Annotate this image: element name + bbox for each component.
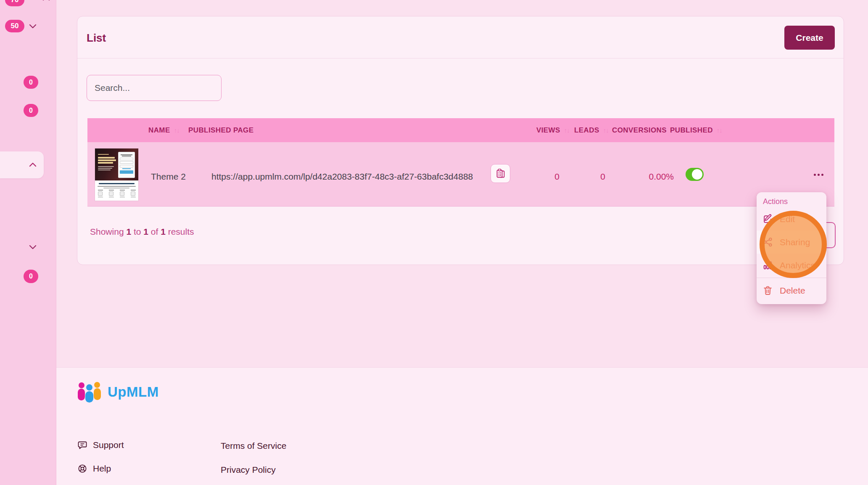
sort-icon[interactable]: ↑↓	[603, 127, 609, 134]
column-header-leads[interactable]: LEADS↑↓	[574, 118, 609, 142]
row-name: Theme 2	[151, 172, 186, 182]
footer-link-privacy[interactable]: Privacy Policy	[221, 465, 276, 475]
menu-divider	[757, 278, 826, 278]
row-views: 0	[546, 172, 567, 182]
menu-item-sharing[interactable]: Sharing	[757, 231, 826, 254]
column-header-conversions[interactable]: CONVERSIONS↑↓	[612, 118, 676, 142]
copy-url-button[interactable]	[491, 164, 510, 183]
footer: UpMLM Support Help Terms of Service	[56, 367, 868, 485]
column-label: CONVERSIONS	[612, 126, 667, 134]
sort-icon[interactable]: ↑↓	[564, 127, 570, 134]
row-conversions: 0.00%	[630, 172, 674, 182]
sidebar-badge-count[interactable]: 0	[24, 270, 38, 283]
published-toggle[interactable]	[686, 168, 704, 181]
menu-item-edit[interactable]: Edit	[757, 207, 826, 231]
column-header-published-page[interactable]: PUBLISHED PAGE	[188, 118, 253, 142]
create-button[interactable]: Create	[784, 26, 835, 50]
thumbnail-lower	[95, 180, 138, 201]
row-actions-button[interactable]	[811, 171, 826, 178]
footer-link-label: Support	[93, 440, 124, 450]
menu-item-label: Sharing	[780, 237, 810, 247]
menu-item-label: Delete	[780, 286, 805, 296]
brand-logo[interactable]: UpMLM	[76, 380, 159, 404]
thumbnail-hero	[95, 148, 138, 180]
trash-icon	[762, 285, 773, 296]
menu-item-label: Edit	[780, 214, 795, 224]
footer-link-terms[interactable]: Terms of Service	[221, 441, 286, 451]
sort-icon[interactable]: ↑↓	[174, 127, 179, 134]
page-title: List	[87, 32, 106, 45]
thumbnail-form	[118, 152, 135, 178]
chat-bubble-icon	[77, 440, 87, 450]
chevron-down-icon[interactable]	[28, 22, 37, 30]
sidebar-item-active[interactable]	[0, 151, 44, 178]
clipboard-copy-icon	[496, 168, 506, 179]
column-label: VIEWS	[536, 126, 560, 134]
sidebar-badge-50[interactable]: 50	[5, 20, 24, 32]
search-input[interactable]	[87, 75, 222, 101]
actions-dropdown: Actions Edit Sharing A	[757, 192, 826, 304]
share-icon	[762, 237, 773, 247]
table-header-row: NAME↑↓ PUBLISHED PAGE VIEWS↑↓ LEADS↑↓ CO…	[87, 118, 834, 142]
chevron-down-icon[interactable]	[28, 243, 37, 251]
table-row: Theme 2 https://app.upmlm.com/lp/d42a208…	[87, 142, 834, 207]
upmlm-logo-icon	[76, 380, 103, 404]
footer-link-help[interactable]: Help	[77, 464, 111, 474]
column-label: PUBLISHED PAGE	[188, 126, 253, 134]
column-label: PUBLISHED	[670, 126, 713, 134]
row-leads: 0	[592, 172, 613, 182]
results-summary: Showing 1 to 1 of 1 results	[90, 227, 194, 237]
sidebar-badge-count[interactable]: 0	[24, 104, 38, 117]
footer-link-label: Terms of Service	[221, 441, 286, 451]
column-header-views[interactable]: VIEWS↑↓	[536, 118, 570, 142]
page-thumbnail[interactable]	[95, 148, 138, 201]
chevron-up-icon	[28, 161, 37, 169]
column-label: LEADS	[574, 126, 599, 134]
card-header: List Create	[77, 16, 844, 58]
column-header-name[interactable]: NAME↑↓	[148, 118, 179, 142]
actions-dropdown-title: Actions	[757, 192, 826, 207]
sort-icon[interactable]: ↑↓	[717, 127, 722, 134]
menu-item-delete[interactable]: Delete	[757, 279, 826, 302]
sidebar-badge-top[interactable]: 70	[5, 0, 24, 6]
landing-pages-table: NAME↑↓ PUBLISHED PAGE VIEWS↑↓ LEADS↑↓ CO…	[87, 118, 834, 207]
analytics-icon	[762, 260, 773, 270]
list-card: List Create NAME↑↓ PUBLISHED PAGE VIEWS↑…	[77, 16, 844, 265]
footer-link-label: Privacy Policy	[221, 465, 276, 475]
footer-link-support[interactable]: Support	[77, 440, 124, 450]
menu-item-analytics[interactable]: Analytics	[757, 254, 826, 277]
column-label: NAME	[148, 126, 170, 134]
sidebar-badge-count[interactable]: 0	[24, 76, 38, 89]
menu-item-label: Analytics	[780, 260, 815, 270]
column-header-published[interactable]: PUBLISHED↑↓	[670, 118, 722, 142]
brand-name: UpMLM	[108, 384, 159, 400]
help-ring-icon	[77, 464, 87, 474]
chevron-up-icon[interactable]	[42, 0, 51, 3]
footer-link-label: Help	[93, 464, 111, 474]
toggle-knob	[692, 169, 702, 180]
row-published-url: https://app.upmlm.com/lp/d42a2083-83f7-4…	[211, 172, 473, 182]
app-window: 70 50 0 0 0 List Create	[0, 0, 868, 485]
edit-icon	[762, 214, 773, 224]
sidebar: 70 50 0 0 0	[0, 0, 56, 485]
